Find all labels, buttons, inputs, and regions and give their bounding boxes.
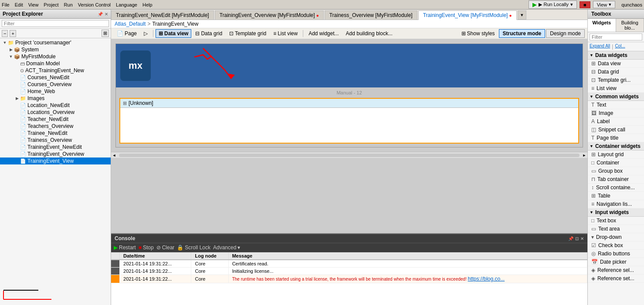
toolbox-item-list-view[interactable]: ≡ List view xyxy=(588,84,644,93)
toolbox-section-input-widgets[interactable]: ▼ Input widgets xyxy=(588,208,644,217)
hscroll-track[interactable] xyxy=(119,154,580,157)
console-undock-icon[interactable]: ⊡ xyxy=(575,236,579,241)
breadcrumb-atlas[interactable]: Atlas_Default xyxy=(115,21,146,27)
stop-console-button[interactable]: ■ Stop xyxy=(139,245,154,251)
toolbox-filter-input[interactable] xyxy=(590,34,642,40)
tree-item-locations-overview[interactable]: 📄 Locations_Overview xyxy=(0,109,111,116)
advanced-button[interactable]: Advanced ▾ xyxy=(213,245,240,251)
tree-item-project[interactable]: ▼ 📁 Project 'coursemanager' xyxy=(0,39,111,46)
tree-item-home-web[interactable]: 📄 Home_Web xyxy=(0,88,111,95)
data-view-button[interactable]: ⊞ Data view xyxy=(156,29,191,38)
template-grid-button[interactable]: ⊡ Template grid xyxy=(226,29,269,38)
data-view-body[interactable] xyxy=(120,108,578,143)
toolbox-item-template-grid[interactable]: ⊡ Template gri... xyxy=(588,76,644,84)
toolbox-item-text[interactable]: T Text xyxy=(588,101,644,109)
menu-project[interactable]: Project xyxy=(44,2,58,7)
tree-item-trainess-overview[interactable]: 📄 Trainess_Overview xyxy=(0,137,111,144)
tree-item-courses-overview[interactable]: 📄 Courses_Overview xyxy=(0,81,111,88)
console-pin-icon[interactable]: 📌 xyxy=(568,236,573,241)
menu-view[interactable]: View xyxy=(28,2,39,7)
toolbox-item-navigation-list[interactable]: ≡ Navigation lis... xyxy=(588,200,644,208)
console-link[interactable]: https://blog.co... xyxy=(468,276,505,282)
page-button[interactable]: 📄 Page xyxy=(114,29,140,38)
toolbox-section-common-widgets[interactable]: ▼ Common widgets xyxy=(588,93,644,101)
tree-item-courses-newedit[interactable]: 📄 Courses_NewEdit xyxy=(0,74,111,81)
menu-version-control[interactable]: Version Control xyxy=(78,2,111,7)
toolbox-item-data-grid[interactable]: ⊟ Data grid xyxy=(588,68,644,76)
add-building-block-button[interactable]: Add building block... xyxy=(343,29,396,38)
toolbox-item-group-box[interactable]: ▭ Group box xyxy=(588,167,644,175)
menu-run[interactable]: Run xyxy=(64,2,73,7)
menu-help[interactable]: Help xyxy=(142,2,153,7)
tab-trainingevent-view[interactable]: TrainingEvent_View [MyFirstModule] ● xyxy=(418,10,517,20)
tab-trainingevent-newedit[interactable]: TrainingEvent_NewEdit [MyFirstModule] xyxy=(111,10,214,20)
scroll-right-button[interactable]: ► xyxy=(581,153,587,158)
scroll-lock-button[interactable]: 🔒 Scroll Lock xyxy=(177,245,210,251)
collapse-all-button[interactable]: − xyxy=(2,30,8,37)
tree-item-location-newedit[interactable]: 📄 Location_NewEdit xyxy=(0,102,111,109)
tree-item-domain-model[interactable]: 🗃 Domain Model xyxy=(0,60,111,67)
toolbox-item-snippet-call[interactable]: ◫ Snippet call xyxy=(588,126,644,134)
pin-icon[interactable]: 📌 xyxy=(98,12,103,17)
add-widget-button[interactable]: Add widget... xyxy=(305,29,342,38)
toolbox-item-layout-grid[interactable]: ⊞ Layout grid xyxy=(588,151,644,159)
tree-item-trainee-newedit[interactable]: 📄 Trainee_NewEdit xyxy=(0,130,111,137)
expand-system-icon[interactable]: ▶ xyxy=(8,47,14,52)
data-view-container[interactable]: ⊞ [Unknown] xyxy=(119,98,579,144)
tree-item-trainingevent-newedit[interactable]: 📄 TrainingEvent_NewEdit xyxy=(0,144,111,151)
run-locally-button[interactable]: ▶ ▶ Run Locally ▾ xyxy=(529,0,577,9)
console-close-icon[interactable]: ✕ xyxy=(580,236,584,241)
toolbox-item-table[interactable]: ⊞ Table xyxy=(588,192,644,200)
show-styles-button[interactable]: ⊞ Show styles xyxy=(458,29,498,38)
tab-more-button[interactable]: ▾ xyxy=(518,10,526,20)
menu-file[interactable]: File xyxy=(2,2,10,7)
sync-button[interactable]: ⊞ xyxy=(102,30,109,37)
toolbox-section-data-widgets[interactable]: ▼ Data widgets xyxy=(588,51,644,60)
toolbox-section-container-widgets[interactable]: ▼ Container widgets xyxy=(588,142,644,151)
restart-button[interactable]: ▶ Restart xyxy=(114,245,136,251)
expand-project-icon[interactable]: ▼ xyxy=(2,40,8,45)
view-button[interactable]: View ▾ xyxy=(593,1,616,8)
scroll-left-button[interactable]: ◄ xyxy=(111,153,117,158)
menu-language[interactable]: Language xyxy=(116,2,137,7)
toolbox-expand-all[interactable]: Expand All xyxy=(590,44,610,50)
toolbox-tab-widgets[interactable]: Widgets xyxy=(588,19,616,32)
structure-mode-button[interactable]: Structure mode xyxy=(499,29,546,38)
toolbox-item-image[interactable]: 🖼 Image xyxy=(588,109,644,117)
toolbox-item-check-box[interactable]: ☑ Check box xyxy=(588,241,644,250)
toolbox-item-radio-buttons[interactable]: ◎ Radio buttons xyxy=(588,250,644,258)
tab-trainingevent-overview[interactable]: TrainingEvent_Overview [MyFirstModule] ● xyxy=(215,10,324,20)
tree-item-teachers-overview[interactable]: 📄 Teachers_Overview xyxy=(0,123,111,130)
tab-trainess-overview[interactable]: Trainess_Overview [MyFirstModule] xyxy=(325,10,417,20)
toolbox-collapse-all[interactable]: Col... xyxy=(615,44,625,50)
menu-edit[interactable]: Edit xyxy=(15,2,23,7)
toolbox-item-text-box[interactable]: □ Text box xyxy=(588,217,644,225)
toolbox-item-text-area[interactable]: ▭ Text area xyxy=(588,225,644,233)
toolbox-item-date-picker[interactable]: 📅 Date picker xyxy=(588,258,644,266)
toolbox-item-tab-container[interactable]: ⊓ Tab container xyxy=(588,175,644,184)
list-view-button[interactable]: ≡ List view xyxy=(270,29,301,38)
toolbox-item-container[interactable]: □ Container xyxy=(588,159,644,167)
close-icon[interactable]: ✕ xyxy=(105,12,108,17)
toolbox-tab-building-blocks[interactable]: Building blo... xyxy=(616,19,644,32)
tree-item-myfirstmodule[interactable]: ▼ 📦 MyFirstModule xyxy=(0,53,111,60)
clear-button[interactable]: ⊘ Clear xyxy=(156,245,175,251)
expand-all-button[interactable]: + xyxy=(10,30,16,37)
toolbox-item-reference-set[interactable]: ◈ Reference set... xyxy=(588,275,644,283)
tree-item-trainingevent-overview[interactable]: 📄 TrainingEvent_Overview xyxy=(0,151,111,158)
project-filter-input[interactable] xyxy=(2,20,109,27)
expand-module-icon[interactable]: ▼ xyxy=(8,54,14,59)
design-mode-button[interactable]: Design mode xyxy=(546,29,585,38)
tree-item-trainingevent-view[interactable]: 📄 TrainingEvent_View xyxy=(0,158,111,164)
tree-item-images[interactable]: ▶ 📁 Images xyxy=(0,95,111,102)
toolbox-item-label[interactable]: A Label xyxy=(588,117,644,126)
toolbox-item-data-view[interactable]: ⊞ Data view xyxy=(588,60,644,68)
data-grid-button[interactable]: ⊟ Data grid xyxy=(192,29,225,38)
toolbox-item-page-title[interactable]: T Page title xyxy=(588,134,644,142)
stop-button[interactable]: ■ xyxy=(580,1,590,8)
tree-item-act[interactable]: ⊙ ACT_TrainingEvent_New xyxy=(0,67,111,74)
tree-item-teacher-newedit[interactable]: 📄 Teacher_NewEdit xyxy=(0,116,111,123)
toolbox-item-scroll-container[interactable]: ↕ Scroll containe... xyxy=(588,184,644,192)
cursor-button[interactable]: ▷ xyxy=(141,29,151,38)
toolbox-item-dropdown[interactable]: ▾ Drop-down xyxy=(588,233,644,241)
